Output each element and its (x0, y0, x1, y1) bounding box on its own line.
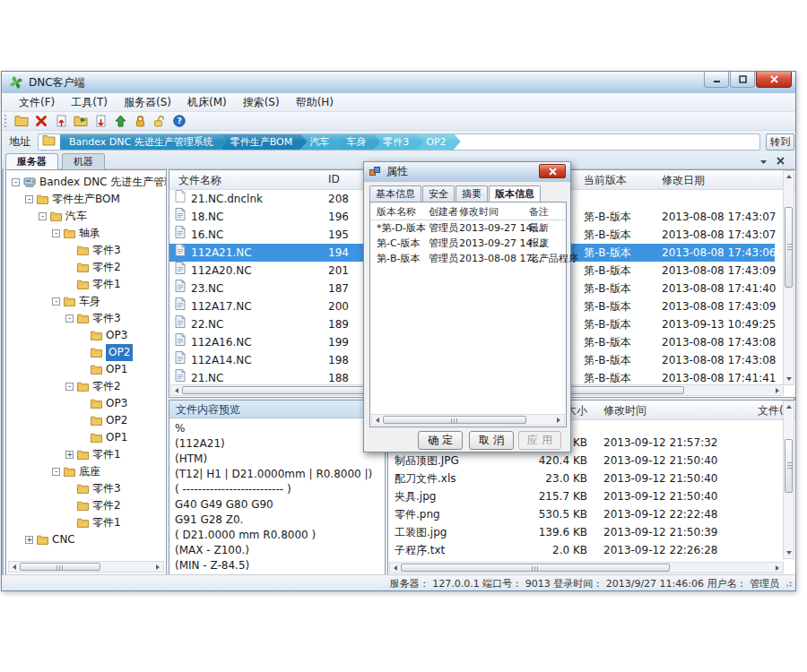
help-icon[interactable]: ? (170, 113, 188, 129)
dialog-horizontal-scrollbar[interactable] (371, 414, 565, 426)
tree-item[interactable]: OP3 (6, 395, 166, 412)
dialog-tab-摘要[interactable]: 摘要 (456, 185, 488, 202)
expand-toggle-icon[interactable]: - (65, 383, 74, 391)
file-version: 第-B-版本 (584, 244, 631, 262)
col-file-name[interactable]: 文件名称 (178, 173, 221, 188)
tree-item[interactable]: +零件1 (6, 446, 166, 463)
checkin-file-icon[interactable] (52, 113, 70, 129)
attachment-row[interactable]: 子程序.txt2.0 KB2013-09-12 22:26:28 (388, 541, 783, 559)
attachment-row[interactable]: 制品顶图.JPG420.4 KB2013-09-12 21:50:40 (388, 452, 783, 470)
version-row[interactable]: 第-B-版本管理员2013-08-08 17:...老产品程序 (370, 251, 566, 266)
attachment-row[interactable]: 配刀文件.xls23.0 KB2013-09-12 21:50:40 (388, 470, 783, 487)
dialog-tab-基本信息[interactable]: 基本信息 (369, 185, 421, 202)
menu-item[interactable]: 服务器(S) (116, 93, 179, 111)
version-row[interactable]: *第-D-版本管理员2013-09-27 14:...最新 (370, 220, 566, 236)
col-modify-time[interactable]: 修改时间 (459, 205, 499, 219)
upload-icon[interactable] (111, 113, 129, 129)
tree-item[interactable]: OP3 (6, 327, 166, 344)
breadcrumb[interactable]: Bandex DNC 先进生产管理系统零件生产BOM汽车车身零件3OP2 (38, 134, 760, 151)
menu-item[interactable]: 工具(T) (63, 93, 116, 111)
tree-item-label: 汽车 (65, 208, 87, 225)
attachment-row[interactable]: 零件.png530.5 KB2013-09-12 22:22:48 (388, 505, 783, 523)
file-id: 187 (328, 280, 349, 297)
tree-item[interactable]: 零件1 (6, 514, 166, 531)
breadcrumb-segment[interactable]: 汽车 (300, 134, 343, 151)
dialog-close-button[interactable] (539, 164, 566, 178)
attachment-horizontal-scrollbar[interactable] (389, 562, 784, 573)
tree-item[interactable]: -车身 (6, 293, 166, 310)
col-creator[interactable]: 创建者 (429, 205, 458, 219)
attachment-row[interactable]: 夹具.jpg215.7 KB2013-09-12 21:50:40 (388, 487, 783, 505)
col-modified-date[interactable]: 修改日期 (662, 173, 705, 188)
tree-item[interactable]: 零件2 (6, 497, 166, 514)
receive-folder-icon[interactable] (72, 113, 90, 129)
expand-toggle-icon[interactable]: - (25, 195, 33, 203)
maximize-button[interactable] (730, 72, 755, 88)
tree-item[interactable]: -Bandex DNC 先进生产管理系统 (6, 174, 166, 191)
expand-toggle-icon[interactable]: - (52, 297, 60, 306)
col-modified-time[interactable]: 修改时间 (603, 403, 646, 418)
attachment-row[interactable]: 工装图.jpg139.6 KB2013-09-12 21:50:39 (388, 523, 783, 541)
close-button[interactable] (756, 72, 792, 88)
expand-toggle-icon[interactable]: + (65, 451, 74, 459)
breadcrumb-segment[interactable]: OP2 (417, 134, 460, 151)
breadcrumb-segment[interactable]: 车身 (337, 134, 380, 151)
dialog-title-bar[interactable]: 属性 (364, 162, 570, 182)
go-button[interactable]: 转到 (766, 134, 794, 151)
tree-item[interactable]: OP2 (6, 344, 166, 361)
new-folder-icon[interactable] (13, 113, 30, 129)
file-list-vertical-scrollbar[interactable] (783, 170, 794, 385)
col-id[interactable]: ID (328, 173, 340, 185)
panel-tab-服务器[interactable]: 服务器 (5, 153, 58, 169)
col-current-version[interactable]: 当前版本 (584, 173, 627, 188)
tree-item[interactable]: 零件3 (6, 242, 166, 259)
close-panel-icon[interactable] (777, 155, 785, 168)
delete-icon[interactable] (32, 113, 50, 129)
menu-item[interactable]: 帮助(H) (288, 93, 342, 111)
tree-item[interactable]: 零件2 (6, 259, 166, 276)
breadcrumb-segment[interactable]: 零件生产BOM (221, 134, 308, 151)
tree-item[interactable]: -汽车 (6, 208, 166, 225)
tree-item[interactable]: -零件生产BOM (6, 191, 166, 208)
expand-toggle-icon[interactable]: - (39, 212, 47, 220)
menu-item[interactable]: 搜索(S) (235, 93, 288, 111)
menu-item[interactable]: 机床(M) (179, 93, 235, 111)
tree-item[interactable]: OP1 (6, 361, 166, 378)
tree-item[interactable]: -零件2 (6, 378, 166, 395)
lock-icon[interactable] (131, 113, 149, 129)
tree-item[interactable]: -零件3 (6, 310, 166, 327)
expand-toggle-icon[interactable]: - (52, 229, 60, 237)
tree-item[interactable]: 零件3 (6, 480, 166, 497)
ok-button[interactable]: 确 定 (418, 431, 463, 450)
col-note[interactable]: 备注 (529, 205, 549, 219)
tree-item[interactable]: OP1 (6, 429, 166, 446)
menu-item[interactable]: 文件(F) (11, 93, 63, 111)
resize-grip[interactable] (785, 581, 793, 588)
expand-toggle-icon[interactable]: + (25, 536, 33, 544)
dialog-tab-安全[interactable]: 安全 (422, 185, 455, 202)
version-row[interactable]: 第-C-版本管理员2013-09-27 14:...报废 (370, 236, 566, 251)
tree-horizontal-scrollbar[interactable] (8, 561, 164, 573)
tree-item[interactable]: +CNC (6, 531, 166, 548)
breadcrumb-segment[interactable]: 零件3 (374, 134, 423, 151)
expand-toggle-icon[interactable]: - (65, 314, 74, 323)
title-bar[interactable]: DNC客户端 (2, 72, 795, 93)
tree-item[interactable]: 零件1 (6, 276, 166, 293)
dialog-tab-版本信息[interactable]: 版本信息 (489, 185, 541, 202)
toolbar-gripper[interactable] (4, 115, 9, 127)
chevron-down-icon[interactable] (759, 155, 768, 168)
tree-item[interactable]: OP2 (6, 412, 166, 429)
unlock-icon[interactable] (151, 113, 169, 129)
minimize-button[interactable] (704, 72, 729, 88)
tree-item[interactable]: -底座 (6, 463, 166, 480)
expand-toggle-icon[interactable]: - (52, 468, 60, 476)
breadcrumb-segment[interactable]: Bandex DNC 先进生产管理系统 (60, 134, 228, 151)
expand-toggle-icon[interactable]: - (12, 178, 20, 186)
col-version-name[interactable]: 版本名称 (377, 205, 416, 219)
cancel-button[interactable]: 取 消 (469, 431, 514, 450)
folder-icon (91, 331, 102, 340)
tree-item[interactable]: -轴承 (6, 225, 166, 242)
checkout-file-icon[interactable] (91, 113, 109, 129)
panel-tab-机器[interactable]: 机器 (62, 153, 105, 169)
attachment-vertical-scrollbar[interactable] (783, 401, 794, 559)
